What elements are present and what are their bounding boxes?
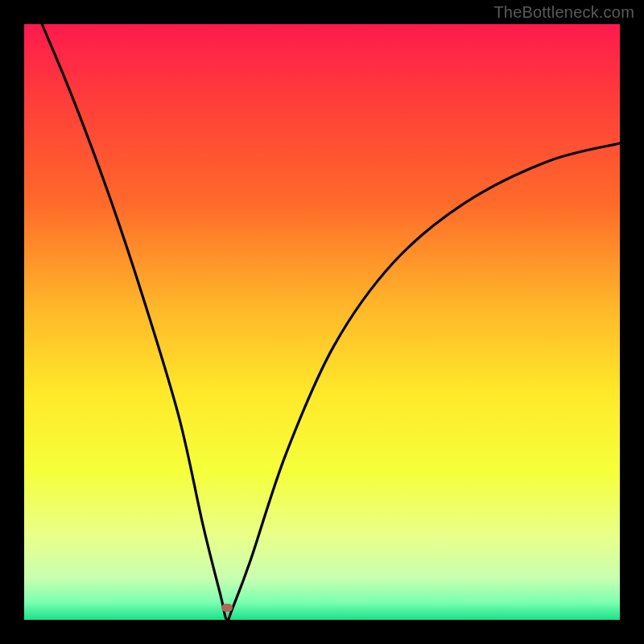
watermark-text: TheBottleneck.com	[493, 3, 634, 22]
bottleneck-curve	[24, 24, 620, 620]
chart-container: TheBottleneck.com	[0, 0, 644, 644]
plot-area	[24, 24, 620, 620]
minimum-marker	[221, 604, 233, 612]
